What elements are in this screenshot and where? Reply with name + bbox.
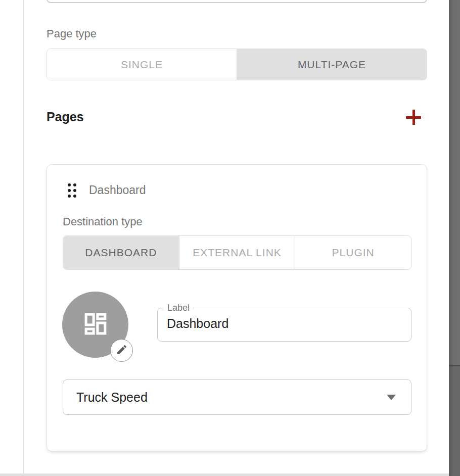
page-type-toggle: SINGLE MULTI-PAGE: [47, 49, 427, 80]
dashboard-grid-icon: [81, 309, 110, 341]
label-input[interactable]: [167, 316, 405, 331]
pages-heading: Pages: [47, 110, 84, 124]
destination-option-external-link[interactable]: EXTERNAL LINK: [179, 236, 296, 269]
dimmed-page-edge: [449, 0, 460, 476]
pencil-icon: [116, 344, 128, 358]
dashboard-select[interactable]: Truck Speed: [63, 379, 411, 415]
page-card-title: Dashboard: [89, 183, 146, 197]
destination-type-toggle: DASHBOARD EXTERNAL LINK PLUGIN: [63, 235, 411, 270]
edit-avatar-button[interactable]: [110, 339, 133, 362]
page-type-label: Page type: [47, 27, 97, 40]
label-field-legend: Label: [164, 303, 193, 313]
horizontal-scrollbar-track[interactable]: [0, 473, 449, 476]
plus-icon: [412, 110, 415, 125]
top-partial-field[interactable]: [47, 0, 427, 3]
label-field: Label: [157, 303, 411, 342]
chevron-down-icon: [387, 395, 396, 400]
page-card: Dashboard Destination type DASHBOARD EXT…: [47, 164, 427, 451]
destination-type-label: Destination type: [63, 215, 143, 228]
page-type-option-single[interactable]: SINGLE: [47, 49, 237, 80]
drag-handle-dots-icon[interactable]: [68, 183, 76, 198]
dimmed-page-edge-lower: [449, 366, 460, 476]
dashboard-select-value: Truck Speed: [76, 390, 387, 405]
destination-option-plugin[interactable]: PLUGIN: [295, 236, 411, 269]
page-type-option-multi-page[interactable]: MULTI-PAGE: [237, 49, 427, 80]
add-page-button[interactable]: [406, 110, 421, 125]
dimmed-page-edge-upper: [449, 0, 460, 365]
drawer-left-border: [23, 0, 24, 476]
destination-option-dashboard[interactable]: DASHBOARD: [63, 236, 179, 269]
